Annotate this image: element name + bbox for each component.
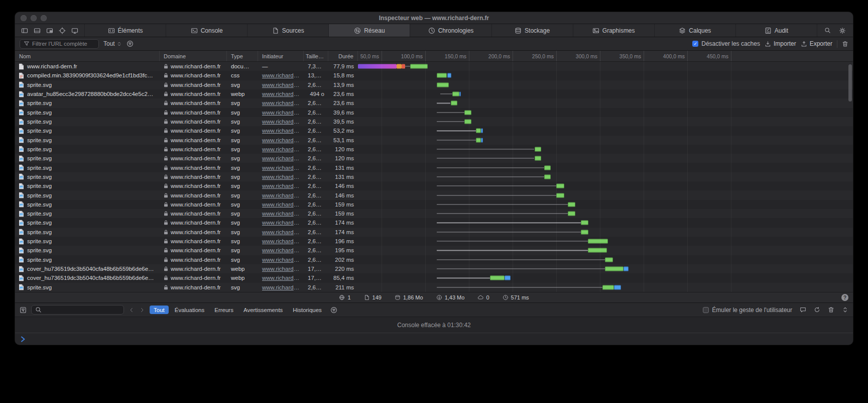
request-initiator[interactable]: www.richard-d… bbox=[258, 257, 304, 263]
gear-icon[interactable] bbox=[839, 27, 846, 34]
table-row[interactable]: cover_hu736519dc3b5040cfa48b6b559b6de6ec… bbox=[15, 273, 853, 282]
console-messages-icon[interactable] bbox=[800, 307, 806, 313]
table-row[interactable]: sprite.svgwww.richard-dern.frsvgwww.rich… bbox=[15, 218, 853, 227]
request-name[interactable]: sprite.svg bbox=[15, 100, 160, 107]
import-button[interactable]: Importer bbox=[765, 40, 796, 47]
clear-network-icon[interactable] bbox=[842, 41, 848, 47]
table-row[interactable]: sprite.svgwww.richard-dern.frsvgwww.rich… bbox=[15, 228, 853, 237]
dock-side-icon[interactable] bbox=[21, 27, 28, 34]
reload-icon[interactable] bbox=[814, 307, 820, 313]
url-filter-field[interactable] bbox=[20, 39, 99, 49]
table-row[interactable]: sprite.svgwww.richard-dern.frsvgwww.rich… bbox=[15, 126, 853, 135]
request-name[interactable]: sprite.svg bbox=[15, 211, 160, 217]
request-initiator[interactable]: www.richard-d… bbox=[258, 128, 304, 134]
console-scope-tout[interactable]: Tout bbox=[150, 306, 169, 314]
table-row[interactable]: sprite.svgwww.richard-dern.frsvgwww.rich… bbox=[15, 209, 853, 218]
request-initiator[interactable]: www.richard-d… bbox=[258, 110, 304, 116]
tab-graphismes[interactable]: Graphismes bbox=[573, 24, 655, 37]
table-row[interactable]: sprite.svgwww.richard-dern.frsvgwww.rich… bbox=[15, 255, 853, 264]
request-initiator[interactable]: www.richard-d… bbox=[258, 100, 304, 106]
table-row[interactable]: avatar_hu85ecc3e298728880b0bde2dcc4e5c23… bbox=[15, 89, 853, 98]
request-name[interactable]: sprite.svg bbox=[15, 119, 160, 125]
request-name[interactable]: sprite.svg bbox=[15, 256, 160, 263]
table-row[interactable]: sprite.svgwww.richard-dern.frsvgwww.rich… bbox=[15, 108, 853, 117]
column-header-initiateur[interactable]: Initiateur bbox=[258, 51, 304, 61]
request-name[interactable]: sprite.svg bbox=[15, 192, 160, 198]
emulate-user-gesture-checkbox[interactable] bbox=[703, 307, 709, 313]
element-picker-icon[interactable] bbox=[59, 27, 66, 34]
request-name[interactable]: www.richard-dern.fr bbox=[15, 63, 160, 70]
request-initiator[interactable]: www.richard-d… bbox=[258, 155, 304, 161]
request-name[interactable]: sprite.svg bbox=[15, 229, 160, 235]
tab-console[interactable]: Console bbox=[166, 24, 247, 37]
table-row[interactable]: compiled.min.38390909f303624ed9e1cf1bd3f… bbox=[15, 71, 853, 80]
table-row[interactable]: cover_hu736519dc3b5040cfa48b6b559b6de6ec… bbox=[15, 264, 853, 273]
table-row[interactable]: sprite.svgwww.richard-dern.frsvgwww.rich… bbox=[15, 246, 853, 255]
table-row[interactable]: sprite.svgwww.richard-dern.frsvgwww.rich… bbox=[15, 154, 853, 163]
tab-sources[interactable]: Sources bbox=[247, 24, 329, 37]
request-name[interactable]: cover_hu736519dc3b5040cfa48b6b559b6de6ec… bbox=[15, 275, 160, 281]
column-header-dure-e[interactable]: Durée bbox=[328, 51, 358, 61]
request-name[interactable]: sprite.svg bbox=[15, 164, 160, 171]
responsive-mode-icon[interactable] bbox=[71, 27, 78, 34]
tab-calques[interactable]: Calques bbox=[655, 24, 736, 37]
request-name[interactable]: sprite.svg bbox=[15, 155, 160, 162]
console-scope-historiques[interactable]: Historiques bbox=[289, 306, 326, 314]
request-initiator[interactable]: www.richard-d… bbox=[258, 266, 304, 272]
console-search-field[interactable] bbox=[31, 305, 124, 315]
column-header-taille[interactable]: Taille… bbox=[304, 51, 328, 61]
console-search-input[interactable] bbox=[44, 307, 120, 313]
undock-icon[interactable] bbox=[46, 27, 53, 34]
column-header-domaine[interactable]: Domaine bbox=[160, 51, 227, 61]
table-row[interactable]: sprite.svgwww.richard-dern.frsvgwww.rich… bbox=[15, 80, 853, 89]
request-initiator[interactable]: www.richard-d… bbox=[258, 137, 304, 143]
request-initiator[interactable]: www.richard-d… bbox=[258, 174, 304, 180]
request-initiator[interactable]: www.richard-d… bbox=[258, 146, 304, 152]
expand-console-icon[interactable] bbox=[842, 307, 848, 313]
table-row[interactable]: sprite.svgwww.richard-dern.frsvgwww.rich… bbox=[15, 200, 853, 209]
table-row[interactable]: sprite.svgwww.richard-dern.frsvgwww.rich… bbox=[15, 145, 853, 154]
tab-chronologies[interactable]: Chronologies bbox=[410, 24, 491, 37]
clear-console-icon[interactable] bbox=[828, 307, 834, 313]
request-name[interactable]: compiled.min.38390909f303624ed9e1cf1bd3f… bbox=[15, 72, 160, 79]
request-initiator[interactable]: www.richard-d… bbox=[258, 91, 304, 97]
tab-e-le-ments[interactable]: Éléments bbox=[85, 24, 166, 37]
request-initiator[interactable]: www.richard-d… bbox=[258, 183, 304, 189]
help-icon[interactable]: ? bbox=[841, 294, 848, 301]
search-icon[interactable] bbox=[824, 27, 831, 34]
request-name[interactable]: avatar_hu85ecc3e298728880b0bde2dcc4e5c23… bbox=[15, 91, 160, 97]
request-initiator[interactable]: www.richard-d… bbox=[258, 211, 304, 217]
request-name[interactable]: sprite.svg bbox=[15, 247, 160, 254]
request-name[interactable]: sprite.svg bbox=[15, 284, 160, 290]
minimize-button[interactable] bbox=[31, 15, 37, 21]
request-name[interactable]: sprite.svg bbox=[15, 81, 160, 88]
console-filter-options-icon[interactable] bbox=[330, 307, 337, 314]
table-row[interactable]: sprite.svgwww.richard-dern.frsvgwww.rich… bbox=[15, 190, 853, 199]
request-initiator[interactable]: www.richard-d… bbox=[258, 229, 304, 235]
request-name[interactable]: sprite.svg bbox=[15, 137, 160, 143]
request-name[interactable]: sprite.svg bbox=[15, 109, 160, 116]
export-button[interactable]: Exporter bbox=[801, 40, 832, 47]
request-initiator[interactable]: www.richard-d… bbox=[258, 201, 304, 208]
request-initiator[interactable]: www.richard-d… bbox=[258, 72, 304, 78]
table-row[interactable]: sprite.svgwww.richard-dern.frsvgwww.rich… bbox=[15, 136, 853, 145]
request-name[interactable]: sprite.svg bbox=[15, 220, 160, 226]
table-row[interactable]: sprite.svgwww.richard-dern.frsvgwww.rich… bbox=[15, 237, 853, 246]
tab-audit[interactable]: Audit bbox=[736, 24, 817, 37]
request-initiator[interactable]: www.richard-d… bbox=[258, 82, 304, 88]
dock-bottom-icon[interactable] bbox=[34, 27, 41, 34]
request-initiator[interactable]: www.richard-d… bbox=[258, 119, 304, 125]
request-initiator[interactable]: www.richard-d… bbox=[258, 165, 304, 171]
table-row[interactable]: sprite.svgwww.richard-dern.frsvgwww.rich… bbox=[15, 283, 853, 292]
table-row[interactable]: sprite.svgwww.richard-dern.frsvgwww.rich… bbox=[15, 172, 853, 181]
next-result-icon[interactable] bbox=[139, 307, 145, 313]
table-row[interactable]: sprite.svgwww.richard-dern.frsvgwww.rich… bbox=[15, 117, 853, 126]
zoom-button[interactable] bbox=[41, 15, 47, 21]
console-scope-e-valuations[interactable]: Évaluations bbox=[171, 306, 208, 314]
table-row[interactable]: sprite.svgwww.richard-dern.frsvgwww.rich… bbox=[15, 181, 853, 190]
request-initiator[interactable]: www.richard-d… bbox=[258, 284, 304, 290]
request-initiator[interactable]: www.richard-d… bbox=[258, 238, 304, 244]
column-header-nom[interactable]: Nom bbox=[15, 51, 160, 61]
table-row[interactable]: sprite.svgwww.richard-dern.frsvgwww.rich… bbox=[15, 163, 853, 172]
close-button[interactable] bbox=[21, 15, 27, 21]
